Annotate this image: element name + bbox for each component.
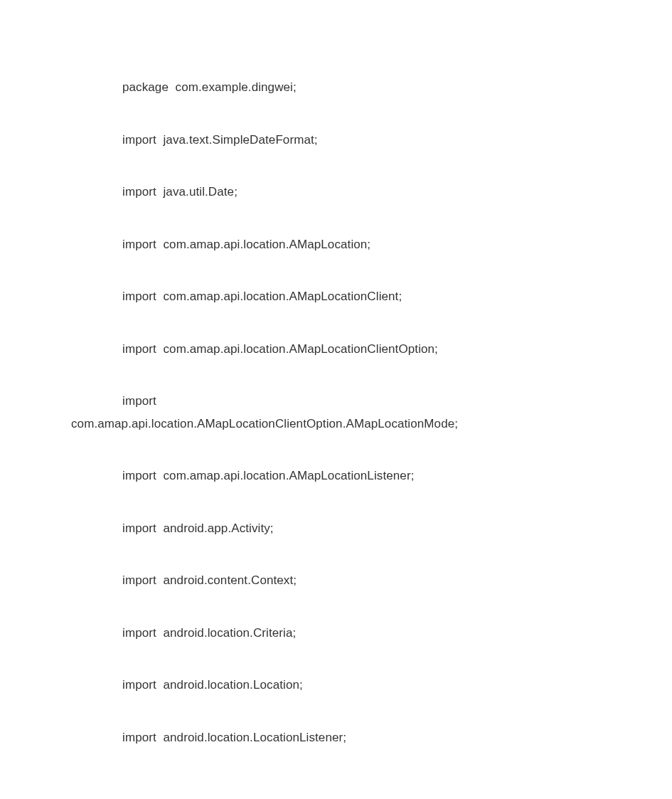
code-line: import com.amap.api.location.AMapLocatio…: [122, 467, 622, 485]
code-line: import com.amap.api.location.AMapLocatio…: [122, 236, 622, 254]
code-line: package com.example.dingwei;: [122, 78, 622, 97]
code-line-wrapped-start: import: [122, 392, 622, 411]
document-page: package com.example.dingwei; import java…: [0, 0, 672, 799]
code-line: import android.location.Location;: [122, 676, 622, 694]
code-line: import android.app.Activity;: [122, 519, 622, 538]
code-line: import android.location.LocationListener…: [122, 729, 622, 747]
code-line: import android.content.Context;: [122, 571, 622, 590]
code-line: import com.amap.api.location.AMapLocatio…: [122, 340, 622, 359]
code-line: import com.amap.api.location.AMapLocatio…: [122, 287, 622, 306]
code-line-wrapped-end: com.amap.api.location.AMapLocationClient…: [71, 415, 622, 433]
code-line: import java.util.Date;: [122, 183, 622, 201]
code-line: import android.location.Criteria;: [122, 624, 622, 642]
code-line: import java.text.SimpleDateFormat;: [122, 131, 622, 149]
